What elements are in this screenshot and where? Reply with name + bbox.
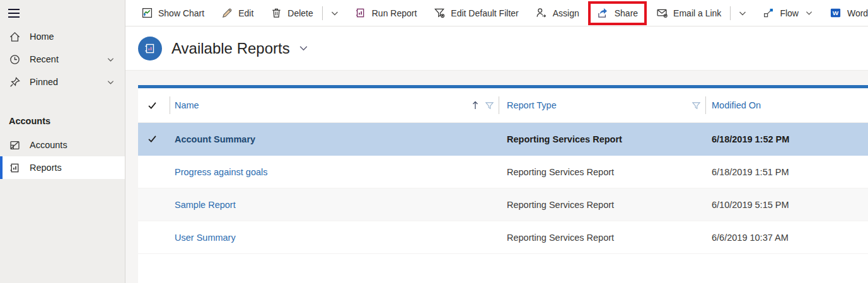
report-name-link[interactable]: Account Summary bbox=[175, 134, 255, 144]
column-header-modified-on[interactable]: Modified On bbox=[705, 88, 868, 122]
toolbar-divider bbox=[322, 6, 323, 20]
word-templates-button[interactable]: W Word Templates bbox=[821, 0, 868, 26]
column-label: Modified On bbox=[712, 100, 761, 110]
toolbar-button-label: Word Templates bbox=[847, 8, 868, 18]
reports-icon bbox=[144, 42, 156, 55]
page-title: Available Reports bbox=[171, 40, 290, 57]
table-row[interactable]: Account Summary Reporting Services Repor… bbox=[138, 123, 868, 156]
column-header-report-type[interactable]: Report Type bbox=[499, 88, 705, 122]
filter-gear-icon bbox=[433, 7, 446, 20]
toolbar-button-label: Show Chart bbox=[158, 8, 204, 18]
sidebar-item-label: Accounts bbox=[30, 140, 67, 150]
show-chart-icon bbox=[141, 7, 153, 20]
sidebar-item-home[interactable]: Home bbox=[0, 25, 125, 48]
modified-on-value: 6/18/2019 1:52 PM bbox=[705, 123, 868, 155]
assign-person-icon bbox=[535, 7, 548, 20]
assign-button[interactable]: Assign bbox=[527, 0, 587, 26]
toolbar-button-label: Email a Link bbox=[673, 8, 721, 18]
report-entity-badge bbox=[138, 37, 162, 61]
sidebar-nav: Home Recent Pinned bbox=[0, 25, 125, 93]
home-icon bbox=[8, 30, 21, 43]
share-icon bbox=[597, 7, 610, 20]
row-checkbox[interactable] bbox=[138, 156, 170, 188]
row-checkbox[interactable] bbox=[138, 221, 170, 253]
sidebar-group-label: Accounts bbox=[0, 113, 125, 129]
view-header: Available Reports bbox=[125, 26, 868, 71]
accounts-icon bbox=[8, 139, 21, 151]
toolbar-button-label: Run Report bbox=[372, 8, 417, 18]
toolbar-button-label: Share bbox=[615, 8, 638, 18]
pin-icon bbox=[8, 76, 21, 88]
clock-icon bbox=[8, 53, 21, 66]
toolbar-button-label: Edit Default Filter bbox=[451, 8, 518, 18]
grid-header-row: Name Report Type Modified On bbox=[138, 88, 868, 123]
flow-button[interactable]: Flow bbox=[754, 0, 821, 26]
email-link-icon bbox=[656, 7, 668, 20]
filter-icon[interactable] bbox=[485, 101, 494, 110]
toolbar-button-label: Assign bbox=[553, 8, 579, 18]
toolbar-button-label: Delete bbox=[287, 8, 313, 18]
edit-default-filter-button[interactable]: Edit Default Filter bbox=[425, 0, 526, 26]
sidebar-item-label: Home bbox=[30, 32, 54, 42]
sidebar-item-label: Reports bbox=[30, 163, 62, 173]
email-a-link-button[interactable]: Email a Link bbox=[647, 0, 729, 26]
command-bar: Show Chart Edit Delete bbox=[125, 0, 868, 26]
modified-on-value: 6/18/2019 1:51 PM bbox=[705, 156, 868, 188]
main-area: Show Chart Edit Delete bbox=[125, 0, 868, 283]
checkmark-icon bbox=[148, 134, 157, 144]
overflow-chevron-icon[interactable] bbox=[731, 0, 754, 26]
toolbar-button-label: Flow bbox=[780, 8, 799, 18]
overflow-chevron-icon[interactable] bbox=[323, 0, 346, 26]
chevron-down-icon[interactable] bbox=[805, 9, 813, 17]
toolbar-divider bbox=[730, 6, 731, 20]
filter-icon[interactable] bbox=[692, 101, 701, 110]
sidebar-entities: Accounts Reports bbox=[0, 134, 125, 179]
modified-on-value: 6/6/2019 10:37 AM bbox=[705, 221, 868, 253]
sidebar-item-label: Pinned bbox=[30, 77, 58, 87]
sidebar-item-recent[interactable]: Recent bbox=[0, 48, 125, 71]
report-type-value: Reporting Services Report bbox=[499, 123, 705, 155]
sidebar-item-reports[interactable]: Reports bbox=[0, 156, 125, 179]
modified-on-value: 6/10/2019 5:15 PM bbox=[705, 188, 868, 221]
word-icon: W bbox=[830, 7, 842, 20]
row-checkbox[interactable] bbox=[138, 188, 170, 221]
select-all-checkbox[interactable] bbox=[138, 88, 170, 122]
column-label: Name bbox=[175, 100, 199, 110]
row-checkbox[interactable] bbox=[138, 123, 170, 155]
show-chart-button[interactable]: Show Chart bbox=[132, 0, 212, 26]
chevron-down-icon[interactable] bbox=[107, 55, 115, 64]
report-name-link[interactable]: Progress against goals bbox=[175, 167, 268, 177]
chevron-down-icon[interactable] bbox=[107, 78, 115, 86]
delete-button[interactable]: Delete bbox=[262, 0, 321, 26]
table-row[interactable]: User Summary Reporting Services Report 6… bbox=[138, 221, 868, 254]
share-highlight-box: Share bbox=[588, 1, 647, 25]
trash-icon bbox=[270, 7, 282, 20]
sidebar-item-accounts[interactable]: Accounts bbox=[0, 134, 125, 156]
reports-icon bbox=[8, 161, 21, 174]
column-label: Report Type bbox=[507, 100, 557, 110]
share-button[interactable]: Share bbox=[591, 4, 644, 23]
sidebar-item-label: Recent bbox=[30, 54, 59, 64]
grid-empty-area bbox=[138, 254, 868, 283]
table-row[interactable]: Progress against goals Reporting Service… bbox=[138, 156, 868, 188]
flow-icon bbox=[762, 7, 775, 20]
toolbar-button-label: Edit bbox=[238, 8, 253, 18]
run-report-icon bbox=[354, 7, 367, 20]
report-type-value: Reporting Services Report bbox=[499, 188, 705, 221]
run-report-button[interactable]: Run Report bbox=[346, 0, 425, 26]
reports-grid: Name Report Type Modified On bbox=[138, 85, 868, 283]
report-name-link[interactable]: User Summary bbox=[175, 233, 236, 243]
report-type-value: Reporting Services Report bbox=[499, 156, 705, 188]
report-name-link[interactable]: Sample Report bbox=[175, 200, 236, 210]
column-header-name[interactable]: Name bbox=[170, 88, 499, 122]
sidebar-item-pinned[interactable]: Pinned bbox=[0, 71, 125, 93]
app-window: Home Recent Pinned Acco bbox=[0, 0, 868, 283]
view-selector-chevron-icon[interactable] bbox=[298, 43, 309, 54]
hamburger-menu-icon[interactable] bbox=[0, 0, 125, 21]
word-glyph: W bbox=[833, 9, 839, 16]
table-row[interactable]: Sample Report Reporting Services Report … bbox=[138, 188, 868, 221]
sidebar: Home Recent Pinned Acco bbox=[0, 0, 125, 283]
pencil-icon bbox=[221, 7, 233, 20]
edit-button[interactable]: Edit bbox=[212, 0, 262, 26]
sort-ascending-icon bbox=[471, 100, 480, 110]
